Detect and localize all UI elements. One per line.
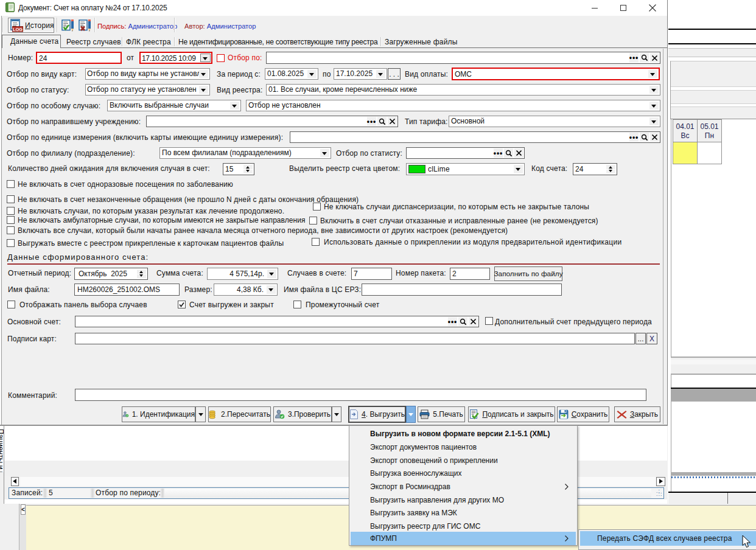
svg-text:LOG: LOG bbox=[13, 27, 23, 32]
